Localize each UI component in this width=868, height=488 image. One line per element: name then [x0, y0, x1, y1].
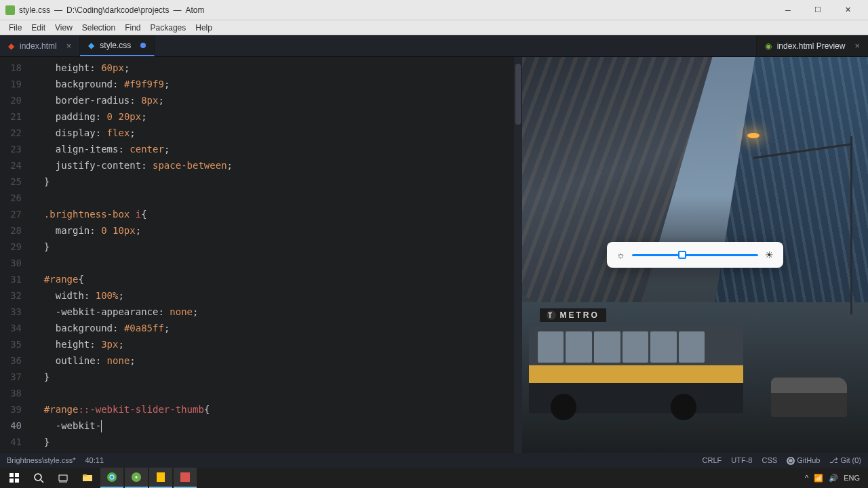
tab-label: index.html [20, 41, 57, 51]
app-icon [5, 5, 15, 15]
status-lang[interactable]: CSS [762, 456, 777, 464]
windows-taskbar: ^ 📶 🔊 ENG [0, 468, 868, 488]
title-app: Atom [185, 5, 204, 15]
sun-low-icon: ☼ [616, 249, 625, 260]
brightness-slider-box: ☼ ☀ [607, 242, 783, 268]
menu-find[interactable]: Find [120, 22, 145, 34]
svg-rect-3 [15, 479, 19, 483]
notepad-icon[interactable] [149, 468, 172, 488]
metro-sign: T METRO [540, 308, 606, 322]
tab-label: index.html Preview [777, 41, 846, 51]
search-button[interactable] [27, 468, 50, 488]
metro-text: METRO [560, 310, 599, 320]
menu-help[interactable]: Help [191, 22, 217, 34]
scrollbar-thumb[interactable] [515, 64, 521, 125]
range-thumb[interactable] [678, 251, 686, 259]
menubar: File Edit View Selection Find Packages H… [0, 20, 868, 35]
svg-point-4 [35, 474, 41, 481]
tab-label: style.css [100, 41, 131, 50]
svg-point-14 [136, 476, 138, 479]
editor-pane: 1819202122232425262728293031323334353637… [0, 57, 522, 453]
tabbar: ◆ index.html × ◆ style.css ◉ index.html … [0, 35, 868, 57]
tab-style-css[interactable]: ◆ style.css [80, 35, 155, 56]
menu-file[interactable]: File [4, 22, 26, 34]
html-file-icon: ◆ [8, 41, 14, 51]
system-tray[interactable]: ^ 📶 🔊 ENG [805, 474, 865, 483]
status-cursor[interactable]: 40:11 [85, 456, 104, 464]
preview-image: T METRO ☼ ☀ [522, 57, 868, 453]
svg-rect-1 [15, 473, 19, 477]
maximize-button[interactable]: ☐ [803, 0, 833, 20]
code-editor[interactable]: height: 60px; background: #f9f9f9; borde… [27, 57, 522, 453]
editor-scrollbar[interactable] [514, 57, 522, 453]
tray-up-icon[interactable]: ^ [805, 474, 808, 482]
taskview-button[interactable] [52, 468, 75, 488]
svg-point-12 [111, 476, 114, 479]
status-eol[interactable]: CRLF [703, 456, 722, 464]
menu-view[interactable]: View [50, 22, 77, 34]
atom-icon[interactable] [125, 468, 148, 488]
tab-close-icon[interactable]: × [66, 41, 72, 51]
minimize-button[interactable]: ─ [773, 0, 803, 20]
css-file-icon: ◆ [88, 41, 94, 50]
svg-rect-0 [9, 473, 14, 477]
menu-edit[interactable]: Edit [26, 22, 50, 34]
status-encoding[interactable]: UTF-8 [731, 456, 752, 464]
svg-rect-2 [9, 479, 14, 483]
streetlamp-graphic [719, 136, 858, 314]
titlebar: style.css — D:\Coding\darkcode\projects … [0, 0, 868, 20]
car-graphic [771, 378, 847, 417]
menu-packages[interactable]: Packages [146, 22, 191, 34]
svg-rect-15 [157, 472, 165, 482]
status-git[interactable]: ⎇ Git (0) [829, 456, 861, 465]
camtasia-icon[interactable] [174, 468, 197, 488]
sun-high-icon: ☀ [765, 249, 774, 260]
start-button[interactable] [3, 468, 26, 488]
svg-rect-16 [180, 472, 190, 482]
preview-icon: ◉ [765, 41, 772, 51]
preview-pane: T METRO ☼ ☀ [522, 57, 868, 453]
wifi-icon[interactable]: 📶 [814, 474, 823, 483]
svg-line-5 [41, 480, 43, 483]
svg-rect-6 [59, 475, 67, 481]
chrome-icon[interactable] [100, 468, 123, 488]
status-path[interactable]: Brightness\style.css* [7, 456, 75, 464]
brightness-range[interactable] [632, 254, 758, 256]
status-github[interactable]: ⎔ GitHub [787, 456, 820, 465]
tab-close-icon[interactable]: × [854, 41, 860, 51]
svg-rect-9 [83, 474, 87, 476]
tab-index-html[interactable]: ◆ index.html × [0, 35, 80, 56]
main-split: 1819202122232425262728293031323334353637… [0, 57, 868, 453]
tab-preview[interactable]: ◉ index.html Preview × [756, 35, 868, 56]
menu-selection[interactable]: Selection [77, 22, 120, 34]
title-path: D:\Coding\darkcode\projects [66, 5, 169, 15]
volume-icon[interactable]: 🔊 [829, 474, 838, 483]
title-file: style.css [19, 5, 50, 15]
metro-t-icon: T [547, 310, 556, 320]
line-gutter[interactable]: 1819202122232425262728293031323334353637… [0, 57, 27, 453]
close-button[interactable]: ✕ [833, 0, 863, 20]
file-explorer-icon[interactable] [76, 468, 99, 488]
bus-graphic [529, 326, 743, 413]
statusbar: Brightness\style.css* 40:11 CRLF UTF-8 C… [0, 453, 868, 468]
tray-lang[interactable]: ENG [844, 474, 860, 482]
